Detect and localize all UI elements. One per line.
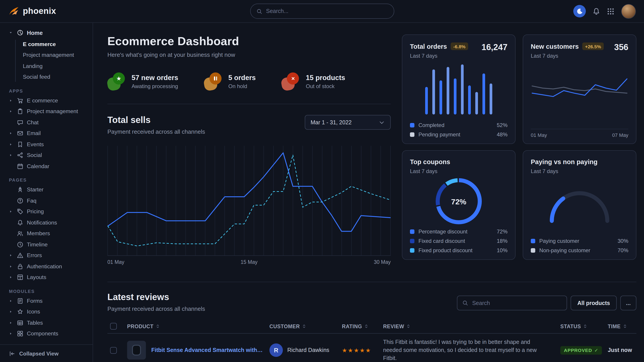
caret-right-icon: [9, 310, 14, 314]
sidebar-item-pricing[interactable]: Pricing: [5, 206, 87, 217]
sidebar-item-calendar[interactable]: Calendar: [5, 161, 87, 172]
sidebar-item-social-feed[interactable]: Social feed: [19, 71, 87, 82]
sidebar-item-layouts[interactable]: Layouts: [5, 272, 87, 283]
phoenix-logo-icon: [8, 5, 19, 17]
sidebar-item-timeline[interactable]: Timeline: [5, 239, 87, 250]
sidebar-item-errors[interactable]: Errors: [5, 250, 87, 261]
star-icon: ★: [360, 347, 366, 354]
sidebar-item-starter[interactable]: Starter: [5, 184, 87, 195]
bell-icon: [17, 220, 23, 226]
sort-icon: [155, 324, 160, 329]
caret-right-icon: [9, 254, 14, 257]
total-orders-value: 16,247: [482, 42, 508, 52]
column-header-rating[interactable]: RATING: [339, 319, 380, 333]
column-header-time[interactable]: TIME: [605, 319, 636, 333]
x-tick-label: 07 May: [612, 132, 628, 138]
legend-value: 18%: [497, 238, 508, 244]
legend-item: Completed 52%: [410, 122, 508, 128]
sidebar-item-project-management[interactable]: Project management: [19, 50, 87, 61]
product-link[interactable]: Fitbit Sense Advanced Smartwatch with To…: [151, 347, 264, 353]
x-tick-label: 15 May: [240, 259, 257, 265]
sidebar-item-email[interactable]: Email: [5, 128, 87, 139]
sidebar-item-social[interactable]: Social: [5, 150, 87, 161]
sidebar-item-label: Forms: [27, 298, 42, 304]
sidebar-item-project-management[interactable]: Project management: [5, 106, 87, 117]
sidebar-item-e-commerce[interactable]: E commerce: [19, 39, 87, 50]
sort-icon: [364, 324, 369, 329]
bookmark-icon: [17, 141, 23, 148]
lock-icon: [17, 263, 23, 270]
search-icon: [462, 300, 468, 306]
latest-reviews-section: Latest reviews Payment received across a…: [108, 282, 636, 362]
sidebar-item-icons[interactable]: Icons: [5, 306, 87, 317]
sidebar-item-label: Project management: [27, 108, 78, 115]
sidebar-item-label: E commerce: [23, 41, 56, 47]
sidebar-item-members[interactable]: Members: [5, 228, 87, 239]
apps-menu-button[interactable]: [607, 7, 614, 15]
x-tick-label: 01 May: [108, 259, 124, 265]
column-header-review[interactable]: REVIEW: [380, 319, 558, 333]
column-header-customer[interactable]: CUSTOMER: [267, 319, 339, 333]
user-avatar[interactable]: [621, 4, 636, 18]
stat-on-hold: 5 orders On hold: [204, 72, 256, 90]
select-all-checkbox[interactable]: [110, 323, 117, 330]
navbar-search[interactable]: [250, 3, 394, 19]
sidebar-item-notifications[interactable]: Notifications: [5, 217, 87, 228]
notifications-button[interactable]: [592, 7, 600, 15]
reviews-title: Latest reviews: [108, 292, 205, 302]
review-time: Just now: [605, 333, 636, 362]
sidebar-item-label: Faq: [27, 198, 36, 204]
trend-badge: +26.5%: [582, 42, 604, 50]
sidebar-item-home[interactable]: Home: [5, 27, 87, 38]
column-header-product[interactable]: PRODUCT: [124, 319, 267, 333]
grid-icon: [607, 7, 614, 15]
more-options-button[interactable]: ...: [620, 296, 636, 310]
sidebar-item-tables[interactable]: Tables: [5, 317, 87, 328]
sidebar-section-pages: PAGES: [9, 178, 84, 182]
sidebar-item-components[interactable]: Components: [5, 328, 87, 339]
caret-down-icon: [9, 31, 14, 35]
shopping-cart-icon: [17, 97, 23, 104]
brand[interactable]: phoenix: [8, 5, 56, 17]
reviews-search[interactable]: [457, 296, 567, 310]
legend-label: Fixed product discount: [418, 247, 472, 254]
sidebar-item-label: Social feed: [23, 74, 50, 80]
theme-toggle-button[interactable]: [573, 5, 586, 17]
sidebar-home-submenu: E commerceProject managementLandingSocia…: [5, 39, 87, 82]
sort-icon: [622, 324, 627, 329]
card-title: Top coupons: [410, 158, 450, 165]
sidebar-item-faq[interactable]: Faq: [5, 195, 87, 206]
stat-caption: Awating processing: [132, 83, 178, 89]
sidebar-item-forms[interactable]: Forms: [5, 295, 87, 306]
warning-icon: [17, 252, 23, 259]
sidebar-item-landing[interactable]: Landing: [19, 61, 87, 71]
caret-right-icon: [9, 332, 14, 336]
column-label: PRODUCT: [127, 324, 154, 329]
reviews-search-input[interactable]: [472, 300, 562, 306]
rating-stars: ★★★★★: [342, 347, 372, 354]
tag-icon: [17, 209, 23, 215]
sidebar-item-events[interactable]: Events: [5, 139, 87, 150]
main-content: Ecommerce Dashboard Here's what's going …: [93, 23, 644, 362]
components-icon: [17, 331, 23, 337]
sidebar-nav: HomeE commerceProject managementLandingS…: [0, 27, 93, 344]
sidebar-item-authentication[interactable]: Authentication: [5, 261, 87, 272]
collapsed-view-button[interactable]: Collapsed View: [0, 344, 93, 362]
stat-value: 5 orders: [228, 73, 256, 82]
star-icon: ★: [354, 347, 360, 354]
sidebar-item-chat[interactable]: Chat: [5, 117, 87, 128]
date-range-select[interactable]: Mar 1 - 31, 2022: [305, 115, 391, 130]
stats-row: ★ 57 new orders Awating processing 5 ord…: [108, 72, 391, 90]
row-checkbox[interactable]: [110, 347, 117, 354]
top-coupons-card: Top coupons Last 7 days 72% Percentage d…: [402, 150, 516, 260]
total-orders-chart: [425, 63, 492, 114]
sidebar-item-e-commerce[interactable]: E commerce: [5, 95, 87, 106]
layout-grid-icon: [17, 274, 23, 281]
legend-item: Fixed card discount 18%: [410, 238, 508, 244]
column-header-status[interactable]: STATUS: [558, 319, 605, 333]
sidebar-item-label: Calendar: [27, 163, 50, 169]
paying-gauge-chart: [544, 182, 615, 224]
navbar-search-input[interactable]: [266, 8, 388, 14]
caret-right-icon: [9, 276, 14, 279]
all-products-button[interactable]: All products: [570, 296, 617, 310]
